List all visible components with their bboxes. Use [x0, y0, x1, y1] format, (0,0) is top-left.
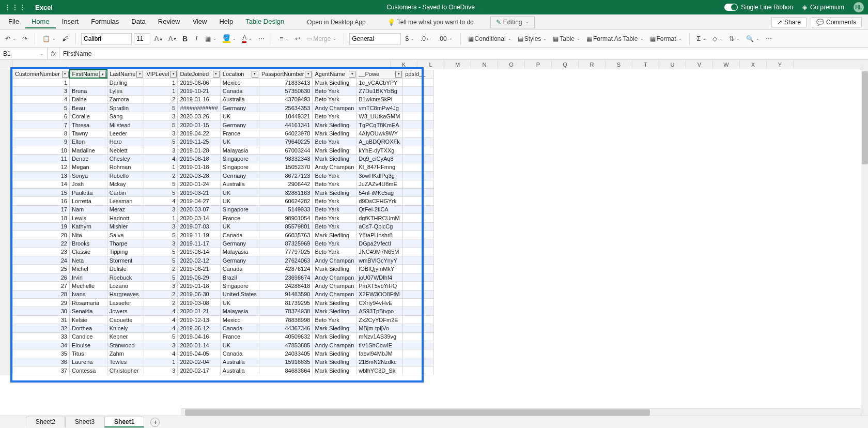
table-row[interactable]: 19KathyrnMishler32019-07-03UK85579801Bet…: [13, 222, 434, 231]
menu-tab-view[interactable]: View: [186, 16, 213, 28]
table-header-LastName[interactable]: LastName▾: [107, 70, 144, 78]
filter-icon[interactable]: ▾: [136, 71, 143, 78]
table-button[interactable]: ▦ Table⌄: [551, 34, 582, 43]
column-header-K[interactable]: K: [391, 60, 417, 69]
table-header-VIPLevel[interactable]: VIPLevel▾: [144, 70, 178, 78]
filter-icon[interactable]: ▾: [305, 71, 312, 78]
menu-tab-home[interactable]: Home: [25, 16, 56, 28]
table-row[interactable]: 16LorrettaLessman42019-04-27UK60624282Be…: [13, 197, 434, 205]
bold-button[interactable]: B: [180, 34, 190, 44]
table-row[interactable]: 20NitaSalva52019-11-19Canada66035763Mark…: [13, 231, 434, 239]
filter-icon[interactable]: ▾: [62, 71, 69, 78]
column-header-S[interactable]: S: [606, 60, 632, 69]
table-row[interactable]: 24NetaStorment52020-02-12Germany27624063…: [13, 256, 434, 265]
table-header-Location[interactable]: Location▾: [220, 70, 259, 78]
increase-decimal-button[interactable]: .00→: [436, 34, 455, 43]
format-button[interactable]: ▦ Format⌄: [648, 34, 684, 43]
table-header-PassportNumber[interactable]: PassportNumber▾: [259, 70, 313, 78]
table-row[interactable]: 34ElouiseStanwood32020-01-14UK47853885An…: [13, 341, 434, 349]
filter-icon[interactable]: ▾: [252, 71, 258, 78]
menu-tab-insert[interactable]: Insert: [56, 16, 85, 28]
menu-tab-data[interactable]: Data: [125, 16, 151, 28]
share-button[interactable]: ↗ Share: [771, 17, 807, 27]
editing-mode-button[interactable]: ✎ Editing ⌄: [490, 16, 535, 28]
cell-styles-button[interactable]: ▤ Styles⌄: [516, 34, 549, 43]
filter-icon[interactable]: ▾: [213, 71, 220, 78]
table-row[interactable]: 28IvanaHargreaves22019-06-30United State…: [13, 290, 434, 298]
comments-button[interactable]: 💬 Comments: [811, 17, 862, 27]
autosum-button[interactable]: Σ⌄: [695, 34, 708, 43]
currency-button[interactable]: $⌄: [403, 34, 416, 43]
menu-tab-help[interactable]: Help: [213, 16, 239, 28]
column-header-U[interactable]: U: [659, 60, 686, 69]
fx-icon[interactable]: fx: [48, 48, 60, 59]
tell-me-search[interactable]: 💡 Tell me what you want to do: [382, 17, 479, 28]
go-premium-button[interactable]: ◈ Go premium: [802, 4, 844, 11]
format-as-table-button[interactable]: ▦ Format As Table⌄: [584, 34, 645, 43]
data-table[interactable]: CustomerNumber▾FirstName▾LastName▾VIPLev…: [12, 69, 434, 375]
sheet-tab-sheet1[interactable]: Sheet1: [104, 417, 144, 427]
table-row[interactable]: 27MechelleLozano32019-01-18Singapore2428…: [13, 282, 434, 290]
table-row[interactable]: 9EltonHaro52019-11-25UK79640225Beto Yark…: [13, 137, 434, 146]
open-desktop-button[interactable]: Open in Desktop App: [302, 17, 370, 28]
table-row[interactable]: 36LaurenaTowles12020-02-04Australia15916…: [13, 358, 434, 366]
shrink-font-button[interactable]: A▾: [166, 34, 178, 43]
formula-bar-input[interactable]: FirstName: [60, 50, 868, 57]
table-row[interactable]: 29RosamariaLasseter22019-03-08UK81739295…: [13, 299, 434, 307]
table-row[interactable]: 8TawnyLeeder32019-04-22France64023970Mar…: [13, 129, 434, 137]
table-header-FirstName[interactable]: FirstName▾: [70, 70, 107, 78]
menu-tab-review[interactable]: Review: [152, 16, 187, 28]
table-row[interactable]: 17NamMeraz32020-03-07Singapore5149933Bet…: [13, 205, 434, 213]
undo-button[interactable]: ↶⌄: [3, 34, 18, 43]
table-row[interactable]: 26IrvinRoebuck52019-06-29Brazil23698674A…: [13, 273, 434, 281]
italic-button[interactable]: I: [192, 34, 201, 43]
column-header-M[interactable]: M: [444, 60, 471, 69]
table-row[interactable]: 37ContessaChristopher32020-02-17Australi…: [13, 366, 434, 375]
table-row[interactable]: 11DenaeChesley42019-08-18Singapore933323…: [13, 155, 434, 163]
column-header-T[interactable]: T: [632, 60, 659, 69]
decrease-decimal-button[interactable]: .0←: [419, 34, 434, 43]
grow-font-button[interactable]: A▴: [152, 34, 164, 43]
filter-icon[interactable]: ▾: [99, 71, 106, 78]
filter-icon[interactable]: ▾: [395, 71, 402, 78]
column-header-Y[interactable]: Y: [767, 60, 794, 69]
add-sheet-button[interactable]: +: [150, 418, 160, 427]
column-header-Q[interactable]: Q: [552, 60, 579, 69]
merge-button[interactable]: ▭ Merge⌄: [304, 34, 338, 43]
more-ribbon-button[interactable]: ⋯: [764, 34, 774, 43]
paste-button[interactable]: 📋⌄: [40, 34, 58, 43]
redo-button[interactable]: ↷: [20, 34, 29, 43]
wrap-text-button[interactable]: ↩: [293, 34, 302, 43]
menu-tab-table-design[interactable]: Table Design: [239, 16, 290, 28]
find-button[interactable]: 🔍⌄: [744, 34, 762, 43]
document-title[interactable]: Customers - Saved to OneDrive ⌄: [386, 4, 482, 11]
column-header-V[interactable]: V: [686, 60, 713, 69]
table-row[interactable]: 15PaulettaCarbin52019-03-21UK32881163Mar…: [13, 188, 434, 196]
table-row[interactable]: 5BeauSpratlin5############Germany2563435…: [13, 104, 434, 112]
column-header-R[interactable]: R: [579, 60, 606, 69]
user-avatar[interactable]: HL: [854, 2, 864, 12]
menu-tab-formulas[interactable]: Formulas: [85, 16, 125, 28]
table-header-DateJoined[interactable]: DateJoined▾: [178, 70, 220, 78]
sheet-tab-sheet3[interactable]: Sheet3: [65, 417, 104, 427]
sort-filter-button[interactable]: ⇅⌄: [727, 34, 742, 43]
app-launcher-icon[interactable]: ⋮⋮⋮: [4, 3, 26, 11]
select-all-corner[interactable]: [0, 60, 12, 69]
table-row[interactable]: 35TitusZahm42019-04-05Canada24033405Mark…: [13, 349, 434, 358]
fill-color-button[interactable]: 🪣⌄: [221, 33, 238, 44]
table-header-AgentName[interactable]: AgentName▾: [313, 70, 357, 78]
column-header-L[interactable]: L: [417, 60, 444, 69]
column-header-N[interactable]: N: [471, 60, 498, 69]
table-row[interactable]: 6CoralieSang32020-03-26UK10449321Beto Ya…: [13, 112, 434, 120]
table-header-__Powe[interactable]: __Powe▾: [357, 70, 403, 78]
vertical-scrollbar[interactable]: [861, 65, 868, 416]
column-header-X[interactable]: X: [740, 60, 767, 69]
table-row[interactable]: 22BrooksTharpe32019-11-17Germany87325969…: [13, 239, 434, 248]
horizontal-scrollbar[interactable]: [181, 408, 861, 416]
table-row[interactable]: 3BrunaLyles12019-10-21Canada57350630Beto…: [13, 87, 434, 95]
table-row[interactable]: 7ThresaMilstead52020-01-15Germany4416134…: [13, 120, 434, 129]
filter-icon[interactable]: ▾: [349, 71, 355, 78]
table-header-CustomerNumber[interactable]: CustomerNumber▾: [13, 70, 70, 78]
font-size-select[interactable]: [134, 33, 150, 44]
table-row[interactable]: 32DortheaKnicely42019-06-12Canada4436734…: [13, 324, 434, 332]
